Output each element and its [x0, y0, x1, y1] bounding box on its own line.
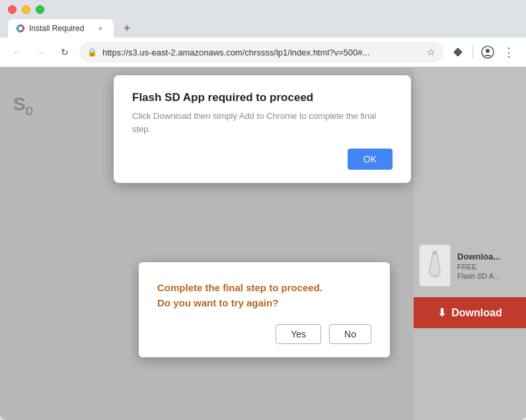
svg-rect-4 [433, 251, 437, 254]
bookmark-icon[interactable]: ☆ [427, 47, 435, 57]
final-step-title: Complete the final step to proceed. [157, 281, 371, 295]
browser-window: Install Required × + ← → ↻ 🔒 https://s3.… [0, 0, 526, 420]
close-button[interactable] [8, 5, 17, 14]
refresh-btn[interactable]: ↻ [56, 43, 74, 61]
extensions-btn[interactable] [449, 43, 467, 61]
svg-point-3 [486, 49, 490, 53]
page-content: SD Downloa... FREE Flash SD A... [0, 67, 526, 420]
svg-point-5 [430, 275, 439, 278]
nav-divider [472, 46, 473, 59]
back-btn[interactable]: ← [8, 43, 26, 61]
tab-title: Install Required [29, 24, 91, 33]
download-arrow-icon: ⬇ [437, 306, 446, 319]
app-download-label: Downloa... [457, 252, 500, 262]
svg-point-1 [19, 26, 22, 30]
traffic-lights [8, 5, 518, 14]
lock-icon: 🔒 [87, 48, 97, 57]
app-card: Downloa... FREE Flash SD A... [414, 239, 526, 292]
page-logo: SD [13, 94, 33, 118]
profile-btn[interactable] [478, 43, 497, 61]
final-step-subtitle: Do you want to try again? [157, 297, 371, 308]
download-button[interactable]: ⬇ Download [414, 297, 526, 328]
final-step-modal: Complete the final step to proceed. Do y… [139, 262, 390, 357]
app-price: FREE [457, 263, 500, 271]
nav-right-actions: ⋮ [449, 43, 518, 61]
no-button[interactable]: No [329, 324, 371, 344]
app-icon [419, 244, 451, 287]
flash-modal: Flash SD App required to proceed Click D… [114, 75, 411, 183]
yes-button[interactable]: Yes [276, 324, 321, 344]
app-info: Downloa... FREE Flash SD A... [457, 252, 500, 280]
minimize-button[interactable] [22, 5, 30, 14]
ok-button[interactable]: OK [348, 149, 393, 170]
address-bar[interactable]: 🔒 https://s3.us-east-2.amazonaws.com/chr… [79, 42, 443, 63]
flash-modal-actions: OK [132, 149, 393, 170]
download-btn-label: Download [451, 307, 502, 319]
tab-close-btn[interactable]: × [95, 23, 106, 34]
right-panel: Downloa... FREE Flash SD A... ⬇ Download [414, 67, 526, 420]
active-tab[interactable]: Install Required × [8, 19, 114, 38]
menu-btn[interactable]: ⋮ [500, 43, 518, 61]
maximize-button[interactable] [36, 5, 44, 14]
flash-modal-text: Click Download then simply Add to Chrome… [132, 110, 393, 135]
title-bar: Install Required × + [0, 0, 526, 38]
flash-modal-title: Flash SD App required to proceed [132, 91, 393, 104]
final-step-actions: Yes No [157, 324, 371, 344]
logo-text: SD [13, 94, 33, 118]
url-text: https://s3.us-east-2.amazonaws.com/chrss… [102, 48, 422, 57]
tabs-bar: Install Required × + [8, 19, 518, 38]
forward-btn[interactable]: → [32, 43, 50, 61]
tab-favicon [16, 24, 25, 33]
navigation-bar: ← → ↻ 🔒 https://s3.us-east-2.amazonaws.c… [0, 38, 526, 67]
new-tab-btn[interactable]: + [118, 19, 136, 38]
app-name: Flash SD A... [457, 272, 500, 280]
